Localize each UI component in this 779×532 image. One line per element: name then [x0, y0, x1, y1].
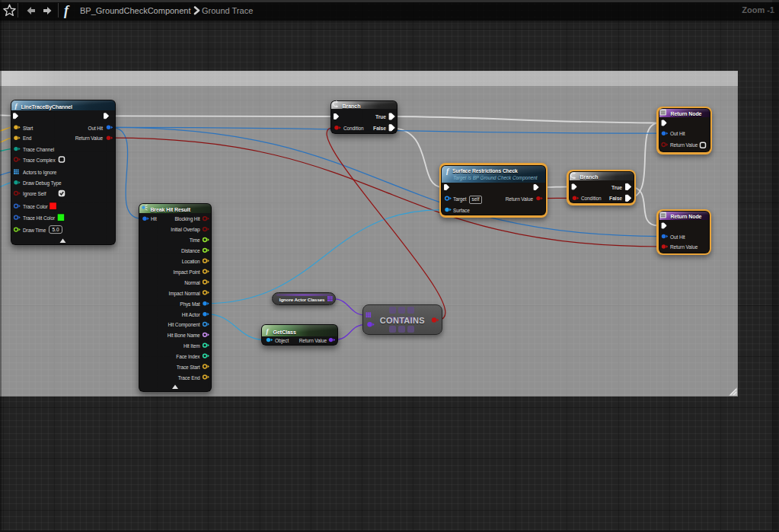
svg-text:f: f: [64, 3, 70, 18]
